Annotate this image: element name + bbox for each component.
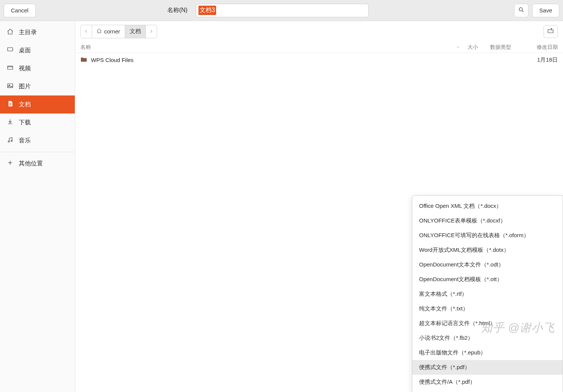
video-icon <box>7 64 14 73</box>
plus-icon <box>7 159 14 168</box>
file-type-option[interactable]: Office Open XML 文档（*.docx） <box>412 199 563 213</box>
sidebar-item-home[interactable]: 主目录 <box>0 23 75 41</box>
svg-point-10 <box>8 141 9 142</box>
file-type-option-label: 超文本标记语言文件（*.html） <box>419 320 495 326</box>
file-row-date: 1月18日 <box>524 56 558 64</box>
sidebar-item-music[interactable]: 音乐 <box>0 132 75 150</box>
column-headers: 名称 大小 数据类型 修改日期 <box>75 42 563 53</box>
file-type-option-label: OpenDocument文本文件（*.odt） <box>419 261 504 268</box>
save-button[interactable]: Save <box>532 4 559 17</box>
cancel-button-label: Cancel <box>11 7 29 14</box>
column-header-size[interactable]: 大小 <box>468 44 490 51</box>
file-type-option[interactable]: 超文本标记语言文件（*.html） <box>412 316 563 331</box>
file-row-name: WPS Cloud Files <box>91 57 133 63</box>
sidebar-item-other-locations[interactable]: 其他位置 <box>0 154 75 173</box>
sidebar: 主目录 桌面 视频 图片 文档 <box>0 21 75 392</box>
main-area: corner 文档 名称 <box>75 21 563 392</box>
column-header-name-label: 名称 <box>80 44 91 51</box>
file-type-option-label: ONLYOFFICE表单模板（*.docxf） <box>419 217 506 224</box>
svg-point-0 <box>519 8 522 11</box>
file-type-option-label: OpenDocument文档模板（*.ott） <box>419 276 502 282</box>
file-type-option-label: 便携式文件/A（*.pdf） <box>419 378 475 385</box>
picture-icon <box>7 82 14 91</box>
file-type-option-label: Office Open XML 文档（*.docx） <box>419 203 502 209</box>
sidebar-item-desktop[interactable]: 桌面 <box>0 41 75 59</box>
breadcrumb-home-label: corner <box>104 28 120 35</box>
svg-rect-2 <box>8 48 13 51</box>
file-type-option-label: 便携式文件（*.pdf） <box>419 364 470 370</box>
music-icon <box>7 136 14 145</box>
column-header-date[interactable]: 修改日期 <box>524 44 558 51</box>
file-row-name-cell: WPS Cloud Files <box>80 56 524 64</box>
chevron-right-icon <box>149 28 153 35</box>
sidebar-item-label: 视频 <box>19 65 31 73</box>
dialog-header: Cancel 名称(N) 文档3 Save <box>0 0 563 21</box>
sort-indicator <box>456 44 460 50</box>
sidebar-item-videos[interactable]: 视频 <box>0 59 75 77</box>
dialog-body: 主目录 桌面 视频 图片 文档 <box>0 21 563 392</box>
sidebar-item-label: 主目录 <box>19 29 37 36</box>
breadcrumb-bar: corner 文档 <box>75 21 563 42</box>
sidebar-item-label: 桌面 <box>19 47 31 54</box>
file-type-option[interactable]: 小说书2文件（*.fb2） <box>412 331 563 345</box>
filename-input-value: 文档3 <box>198 6 216 15</box>
breadcrumb-back-button[interactable] <box>81 25 92 38</box>
file-type-option-label: 纯文本文件（*.txt） <box>419 305 468 312</box>
sidebar-item-label: 音乐 <box>19 137 31 145</box>
document-icon <box>7 100 14 109</box>
sidebar-item-pictures[interactable]: 图片 <box>0 77 75 95</box>
svg-rect-5 <box>8 84 13 88</box>
cancel-button[interactable]: Cancel <box>4 4 36 17</box>
column-header-name[interactable]: 名称 <box>80 44 468 51</box>
breadcrumb-forward-button[interactable] <box>146 25 157 38</box>
folder-icon <box>80 56 87 64</box>
file-type-option-label: ONLYOFFICE可填写的在线表格（*.oform） <box>419 232 529 238</box>
file-type-option-label: Word开放式XML文档模板（*.dotx） <box>419 247 509 253</box>
svg-line-1 <box>522 11 524 12</box>
filename-input[interactable]: 文档3 <box>196 4 369 17</box>
file-type-option-label: 电子出版物文件（*.epub） <box>419 349 486 356</box>
file-type-option[interactable]: 纯文本文件（*.txt） <box>412 301 563 316</box>
breadcrumb-home[interactable]: corner <box>92 25 125 38</box>
column-header-size-label: 大小 <box>468 44 478 50</box>
column-header-date-label: 修改日期 <box>537 44 558 50</box>
file-type-menu: Office Open XML 文档（*.docx） ONLYOFFICE表单模… <box>412 195 563 392</box>
search-icon <box>518 7 524 14</box>
file-type-option[interactable]: 便携式文件/A（*.pdf） <box>412 375 563 389</box>
file-type-option[interactable]: ONLYOFFICE表单模板（*.docxf） <box>412 213 563 228</box>
breadcrumb-current[interactable]: 文档 <box>125 25 146 38</box>
sidebar-item-label: 下载 <box>19 119 31 127</box>
new-folder-icon <box>547 27 554 35</box>
sidebar-item-label: 其他位置 <box>19 160 43 168</box>
home-icon <box>97 28 102 35</box>
filename-label: 名称(N) <box>167 6 188 14</box>
svg-rect-3 <box>8 66 13 70</box>
sidebar-separator <box>0 152 75 152</box>
sidebar-item-label: 图片 <box>19 83 31 91</box>
file-type-option[interactable]: Word开放式XML文档模板（*.dotx） <box>412 243 563 257</box>
chevron-left-icon <box>84 28 88 35</box>
save-button-label: Save <box>539 7 552 14</box>
breadcrumb: corner 文档 <box>80 25 157 38</box>
file-type-option[interactable]: 电子出版物文件（*.epub） <box>412 345 563 360</box>
file-type-option-label: 小说书2文件（*.fb2） <box>419 334 473 341</box>
breadcrumb-current-label: 文档 <box>130 28 141 35</box>
desktop-icon <box>7 46 14 54</box>
file-type-option[interactable]: OpenDocument文本文件（*.odt） <box>412 257 563 272</box>
column-header-type-label: 数据类型 <box>490 44 511 50</box>
search-button[interactable] <box>514 4 528 17</box>
file-type-option[interactable]: 富文本格式（*.rtf） <box>412 287 563 301</box>
file-type-option[interactable]: 便携式文件（*.pdf） <box>412 360 563 375</box>
file-type-option[interactable]: OpenDocument文档模板（*.ott） <box>412 272 563 287</box>
download-icon <box>7 118 14 127</box>
file-row[interactable]: WPS Cloud Files 1月18日 <box>75 53 563 67</box>
column-header-type[interactable]: 数据类型 <box>490 44 524 51</box>
svg-point-11 <box>11 140 12 141</box>
new-folder-button[interactable] <box>543 25 558 38</box>
file-type-option-label: 富文本格式（*.rtf） <box>419 291 467 297</box>
file-type-option[interactable]: ONLYOFFICE可填写的在线表格（*.oform） <box>412 228 563 243</box>
home-icon <box>7 28 14 36</box>
sidebar-item-label: 文档 <box>19 101 31 109</box>
sidebar-item-documents[interactable]: 文档 <box>0 95 75 114</box>
sidebar-item-downloads[interactable]: 下载 <box>0 114 75 132</box>
